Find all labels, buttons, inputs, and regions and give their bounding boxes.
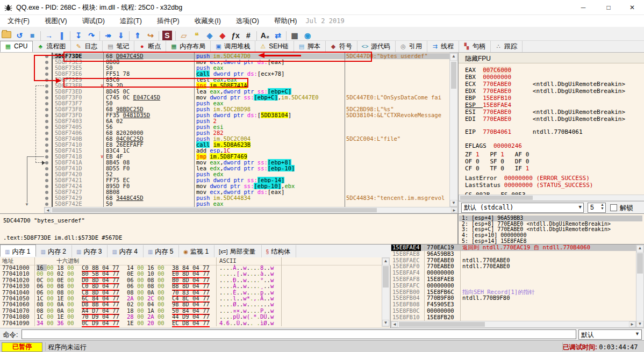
- tab-句柄[interactable]: ▚句柄: [459, 41, 491, 52]
- breakpoint-dot[interactable]: [45, 73, 48, 76]
- comments-icon[interactable]: ❝: [190, 30, 203, 41]
- breakpoint-dot[interactable]: [45, 143, 48, 147]
- tab-日志[interactable]: ✎日志: [71, 41, 103, 52]
- step-over-icon[interactable]: ↷: [85, 30, 98, 41]
- register-esp[interactable]: ESP 15E8FAE4: [465, 102, 511, 109]
- tab-脚本[interactable]: ▤脚本: [294, 41, 326, 52]
- stack-panel[interactable]: 15E8FAE4770EAC19返回到 ntdll.770EAC19 自 ntd…: [391, 245, 644, 328]
- tab-内存-2[interactable]: ▥内存 2: [36, 245, 71, 257]
- breakpoint-dot[interactable]: [45, 197, 48, 200]
- run-to-user-code-icon[interactable]: ↪: [144, 30, 157, 41]
- scroll-right-icon[interactable]: ►: [451, 207, 457, 213]
- flags-row[interactable]: OF 0 SF 0 DF 0: [465, 158, 529, 165]
- stack-rows[interactable]: 15E8FAE4770EAC19返回到 ntdll.770EAC19 自 ntd…: [391, 245, 636, 321]
- breakpoint-dot[interactable]: [45, 161, 48, 164]
- breakpoint-dot[interactable]: [45, 96, 48, 99]
- minimize-button[interactable]: ─: [571, 0, 595, 15]
- tab-引用[interactable]: ◎引用: [396, 41, 427, 52]
- scylla-icon[interactable]: S: [162, 31, 172, 40]
- breakpoint-dot[interactable]: [45, 149, 48, 153]
- breakpoint-dot[interactable]: [45, 155, 48, 159]
- functions-icon[interactable]: ƒx: [229, 30, 242, 41]
- tab-符号[interactable]: ◆符号: [326, 41, 357, 52]
- arguments-panel[interactable]: 1: [esp+4] 96A59BB32: [esp+8] 770EABE0 <…: [458, 213, 644, 245]
- breakpoint-dot[interactable]: [45, 108, 48, 111]
- disasm-hscrollbar[interactable]: ◄►: [44, 207, 458, 213]
- menu-item-1[interactable]: 文件(F): [0, 15, 37, 27]
- maximize-button[interactable]: □: [597, 0, 620, 15]
- browser-icon[interactable]: ◉: [301, 30, 314, 41]
- stop-icon[interactable]: ■: [26, 30, 39, 41]
- command-input[interactable]: [22, 329, 576, 339]
- breakpoint-dot[interactable]: [45, 114, 48, 117]
- open-file-icon[interactable]: [0, 28, 13, 40]
- memory-vscrollbar[interactable]: ▲ ▼: [382, 257, 390, 327]
- scroll-right-icon[interactable]: ►: [629, 321, 635, 327]
- breakpoint-dot[interactable]: [45, 185, 48, 188]
- memory-row[interactable]: 7704109034 00 36 000C D9 04 771E 00 20 0…: [0, 320, 391, 326]
- stack-row[interactable]: 15E8FAE896A59BB3: [391, 251, 636, 257]
- scroll-left-icon[interactable]: ◄: [391, 321, 398, 327]
- scroll-up-icon[interactable]: ▲: [450, 53, 457, 61]
- argument-row[interactable]: 5: [esp+14] 15E8FAE8: [462, 239, 642, 245]
- hide-fpu-button[interactable]: 隐藏FPU: [459, 53, 644, 63]
- register-eax[interactable]: EAX 007C6000: [465, 67, 511, 74]
- tab-断点[interactable]: ●断点: [134, 41, 166, 52]
- tab-监视-1[interactable]: ◉监视 1: [179, 245, 214, 257]
- flags-row[interactable]: ZF 1 PF 1 AF 0: [465, 151, 529, 158]
- labels-icon[interactable]: ◈: [203, 30, 216, 41]
- tab-笔记[interactable]: ▤笔记: [103, 41, 134, 52]
- tab-结构体[interactable]: §结构体: [262, 245, 297, 257]
- breakpoint-dot[interactable]: [45, 78, 48, 82]
- assemble-icon[interactable]: A₂: [259, 30, 271, 41]
- scroll-down-icon[interactable]: ▼: [636, 321, 643, 327]
- registers-panel[interactable]: 隐藏FPU EAX 007C6000EBX 00000000ECX 770EAB…: [458, 53, 644, 213]
- register-ecx[interactable]: ECX 770EABE0 <ntdll.DbgUiRemoteBreakin>: [465, 81, 625, 88]
- breakpoint-dot[interactable]: [45, 179, 48, 182]
- stack-row[interactable]: 15E8FB1015E8FB20: [391, 314, 636, 321]
- tab-流程图[interactable]: ♣流程图: [33, 41, 71, 52]
- tab-线程[interactable]: ⇉线程: [427, 41, 459, 52]
- tab-内存布局[interactable]: ▦内存布局: [166, 41, 211, 52]
- disasm-vscrollbar[interactable]: ▲▼: [449, 53, 458, 207]
- menu-item-7[interactable]: 选项(O): [228, 15, 267, 27]
- register-ebx[interactable]: EBX 00000000: [465, 74, 511, 81]
- registers-hscrollbar[interactable]: [459, 195, 644, 201]
- analysis-icon[interactable]: #: [242, 30, 255, 41]
- menu-item-3[interactable]: 调试(D): [75, 15, 112, 27]
- scroll-down-icon[interactable]: ▼: [382, 320, 389, 326]
- disassembly-panel[interactable]: 5D8F73DE68 D047C45Dpush im.5DC447D05DC44…: [0, 53, 458, 213]
- breakpoint-dot[interactable]: [45, 191, 48, 194]
- flags-row[interactable]: CF 0 TF 0 IF 1: [465, 165, 529, 172]
- scroll-left-icon[interactable]: ◄: [45, 207, 51, 213]
- breakpoint-dot[interactable]: [45, 67, 48, 70]
- trace-into-icon[interactable]: ↠: [102, 30, 115, 41]
- memory-rows[interactable]: 7704100016 00 18 00C0 8B 04 7714 00 16 0…: [0, 265, 391, 326]
- breakpoint-dot[interactable]: [45, 55, 48, 58]
- register-edi[interactable]: EDI 770EABE0 <ntdll.DbgUiRemoteBreakin>: [465, 116, 625, 123]
- breakpoint-dot[interactable]: [45, 102, 48, 105]
- restart-icon[interactable]: ↺: [13, 30, 26, 41]
- menu-item-5[interactable]: 插件(P): [149, 15, 187, 27]
- stack-hscrollbar[interactable]: ◄ ►: [391, 321, 636, 328]
- tab-源代码[interactable]: <>源代码: [357, 41, 396, 52]
- unlock-checkbox[interactable]: [610, 204, 617, 211]
- register-edx[interactable]: EDX 770EABE0 <ntdll.DbgUiRemoteBreakin>: [465, 88, 625, 95]
- tab-跟踪[interactable]: ∴跟踪: [491, 41, 523, 52]
- tab-seh链[interactable]: ⚠SEH链: [255, 41, 294, 52]
- tab-内存-1[interactable]: ▥内存 1: [0, 245, 36, 257]
- tab-调用堆栈[interactable]: ▣调用堆栈: [211, 41, 255, 52]
- breakpoint-dot[interactable]: [45, 90, 48, 94]
- menu-item-2[interactable]: 视图(V): [37, 15, 75, 27]
- command-history-select[interactable]: 默认▼: [578, 329, 642, 340]
- run-icon[interactable]: →: [42, 30, 55, 41]
- breakpoint-dot[interactable]: [45, 84, 48, 88]
- register-eip[interactable]: EIP 770B4061 ntdll.770B4061: [465, 128, 583, 135]
- breakpoint-dot[interactable]: [45, 167, 48, 170]
- patches-icon[interactable]: ▱: [177, 30, 190, 41]
- menu-item-6[interactable]: 收藏夹(I): [187, 15, 228, 27]
- register-laststatus[interactable]: LastStatus 00000000 (STATUS_SUCCESS): [465, 182, 593, 189]
- calling-convention-select[interactable]: 默认 (stdcall)▼: [461, 203, 584, 213]
- pause-icon[interactable]: ∥: [55, 30, 68, 41]
- close-button[interactable]: ✕: [620, 0, 644, 15]
